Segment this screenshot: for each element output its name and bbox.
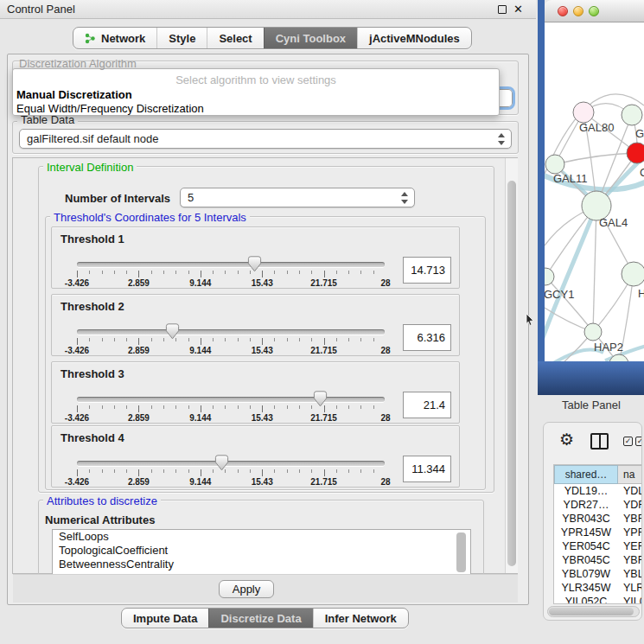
- stepper-icon: [497, 133, 505, 145]
- control-panel: Control Panel ✕ Network Style Select Cyn…: [0, 0, 536, 644]
- bottom-tab-bar: Impute Data Discretize Data Infer Networ…: [121, 608, 409, 628]
- table-row[interactable]: YDL19…YDL1: [554, 484, 642, 498]
- network-edge[interactable]: [555, 153, 637, 164]
- table-row[interactable]: YDR27…YDR2: [554, 498, 642, 512]
- network-node-label: GAL4: [599, 216, 628, 229]
- checkbox-icon[interactable]: ✓: [623, 437, 633, 446]
- float-panel-icon[interactable]: [498, 5, 507, 14]
- stepper-icon: [400, 192, 408, 204]
- tab-select[interactable]: Select: [207, 28, 263, 48]
- table-row[interactable]: YBR045CYBR0: [554, 553, 642, 567]
- network-node[interactable]: [545, 268, 554, 285]
- list-item[interactable]: TopologicalCoefficient: [53, 544, 470, 558]
- numerical-attributes-label: Numerical Attributes: [45, 513, 155, 526]
- column-header-shared[interactable]: shared…: [554, 465, 618, 484]
- table-row[interactable]: YPR145WYPR1: [554, 526, 642, 539]
- scrollbar-thumb[interactable]: [507, 181, 516, 566]
- network-node[interactable]: [622, 262, 644, 286]
- checkbox-icon[interactable]: ✓: [635, 437, 642, 446]
- threshold-2-value-field[interactable]: [403, 324, 451, 351]
- threshold-1-value-field[interactable]: [403, 257, 451, 284]
- tab-impute-data[interactable]: Impute Data: [122, 609, 208, 628]
- table-header-row: shared… na: [554, 465, 642, 484]
- minimize-window-icon[interactable]: [573, 6, 583, 16]
- tab-infer-network[interactable]: Infer Network: [313, 609, 408, 628]
- tab-label: Network: [101, 32, 145, 45]
- number-of-intervals-value: 5: [188, 191, 194, 204]
- network-window-titlebar[interactable]: [545, 0, 644, 22]
- network-node-label: GCY1: [545, 288, 574, 301]
- node-table: shared… na YDL19…YDL1 YDR27…YDR2 YBR043C…: [553, 464, 642, 604]
- number-of-intervals-combobox[interactable]: 5: [180, 188, 415, 207]
- threshold-3-slider[interactable]: [77, 397, 385, 402]
- table-row[interactable]: YBL079WYBL0: [554, 567, 642, 581]
- zoom-window-icon[interactable]: [589, 6, 599, 16]
- network-node-label: GAL80: [579, 121, 614, 134]
- network-node-label: GA: [635, 127, 644, 140]
- threshold-3-panel: Threshold 3 -3.426 2.859 9.144 15.43 21.…: [51, 361, 460, 424]
- network-node[interactable]: [627, 143, 644, 163]
- threshold-1-title: Threshold 1: [61, 233, 124, 245]
- slider-tick-labels: -3.426 2.859 9.144 15.43 21.715 28: [77, 477, 386, 487]
- dropdown-option-equal-width[interactable]: Equal Width/Frequency Discretization: [16, 102, 204, 115]
- split-columns-icon[interactable]: [590, 433, 609, 450]
- table-row[interactable]: YLR345WYLR3: [554, 581, 642, 595]
- discretization-algorithm-label: Discretization Algorithm: [16, 57, 140, 70]
- table-row[interactable]: YER054CYER0: [554, 539, 642, 553]
- scrollbar-thumb[interactable]: [549, 608, 634, 615]
- slider-ticks: [77, 338, 386, 346]
- network-node-label: H: [638, 287, 644, 300]
- tab-style[interactable]: Style: [156, 28, 207, 48]
- list-item[interactable]: BetweennessCentrality: [53, 558, 470, 571]
- gear-icon[interactable]: ⚙: [559, 431, 574, 448]
- tab-jactivemnodules[interactable]: jActiveMNodules: [357, 28, 471, 48]
- network-node[interactable]: [573, 102, 594, 123]
- network-node[interactable]: [622, 105, 642, 125]
- top-tab-bar: Network Style Select Cyni Toolbox jActiv…: [73, 27, 472, 49]
- algorithm-dropdown-popup: Select algorithm to view settings Manual…: [12, 68, 500, 116]
- threshold-3-title: Threshold 3: [61, 367, 124, 380]
- vertical-scrollbar[interactable]: [505, 158, 518, 573]
- network-icon: [85, 33, 96, 44]
- table-panel-title: Table Panel: [562, 399, 621, 411]
- network-node-label: GAL11: [553, 172, 588, 185]
- threshold-3-value-field[interactable]: [403, 392, 451, 418]
- tab-network[interactable]: Network: [73, 28, 156, 48]
- apply-strip: Apply: [13, 574, 518, 603]
- dropdown-placeholder[interactable]: Select algorithm to view settings: [13, 73, 499, 86]
- network-window-frame-bottom: [538, 361, 644, 395]
- threshold-4-slider[interactable]: [77, 461, 385, 466]
- threshold-4-value-field[interactable]: [403, 456, 451, 482]
- network-canvas[interactable]: GAL80GACGAL11GAL4GCY1HHAP2: [545, 22, 644, 361]
- list-item[interactable]: SelfLoops: [53, 530, 470, 544]
- column-header-name[interactable]: na: [618, 465, 642, 484]
- network-node[interactable]: [584, 323, 602, 341]
- close-window-icon[interactable]: [558, 6, 568, 16]
- tab-discretize-data[interactable]: Discretize Data: [208, 609, 312, 628]
- mouse-cursor-icon: [526, 314, 536, 326]
- threshold-2-slider[interactable]: [77, 329, 385, 335]
- apply-button[interactable]: Apply: [219, 580, 274, 598]
- threshold-1-slider[interactable]: [77, 262, 385, 267]
- horizontal-scrollbar[interactable]: [547, 606, 640, 617]
- network-edge[interactable]: [593, 206, 596, 332]
- close-icon[interactable]: ✕: [513, 3, 523, 16]
- panel-title: Control Panel: [7, 3, 75, 16]
- numerical-attributes-list[interactable]: SelfLoops TopologicalCoefficient Between…: [52, 529, 471, 576]
- slider-ticks: [77, 405, 386, 413]
- tab-cyni-toolbox[interactable]: Cyni Toolbox: [264, 28, 357, 48]
- table-data-combobox[interactable]: galFiltered.sif default node: [19, 129, 512, 149]
- number-of-intervals-label: Number of Intervals: [65, 192, 170, 205]
- network-node-label: C: [640, 166, 644, 179]
- network-node-label: HAP2: [594, 341, 623, 354]
- dropdown-option-manual[interactable]: Manual Discretization: [16, 88, 132, 101]
- threshold-2-panel: Threshold 2 -3.426 2.859 9.144 15.43 21.…: [51, 294, 460, 356]
- table-row[interactable]: YBR043CYBR0: [554, 512, 642, 526]
- threshold-4-panel: Threshold 4 -3.426 2.859 9.144 15.43 21.…: [51, 425, 460, 488]
- list-scrollbar-thumb[interactable]: [456, 532, 466, 572]
- slider-ticks: [77, 271, 386, 278]
- network-node[interactable]: [545, 155, 564, 174]
- table-row[interactable]: YIL052CYIL0: [554, 595, 642, 604]
- interval-definition-label: Interval Definition: [43, 161, 137, 174]
- attributes-group-label: Attributes to discretize: [43, 494, 161, 507]
